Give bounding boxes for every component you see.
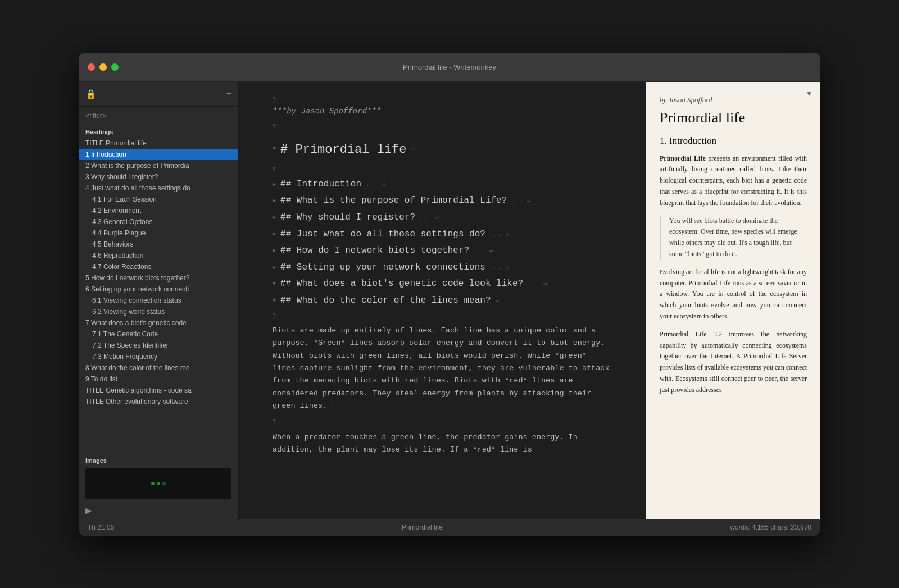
- sidebar-item-environment[interactable]: 4.2 Environment: [79, 205, 238, 216]
- sidebar-item-title-genetic[interactable]: TITLE Genetic algorithms - code sa: [79, 385, 238, 396]
- preview-pane: ▼ by Jason Spofford Primordial life 1. I…: [646, 82, 820, 519]
- lock-icon[interactable]: 🔒: [85, 89, 97, 99]
- minimize-button[interactable]: [99, 63, 107, 71]
- collapse-h2-6[interactable]: ▼: [273, 280, 276, 289]
- sidebar-item-color-reactions[interactable]: 4.7 Color Reactions: [79, 261, 238, 272]
- sidebar-item-view-connection[interactable]: 6.1 Viewing connection status: [79, 295, 238, 306]
- sidebar-item-genetic[interactable]: 7 What does a biot's genetic code: [79, 317, 238, 329]
- editor-break3: ¶: [273, 417, 612, 427]
- editor-spacer: ¶: [273, 165, 612, 175]
- expand-icon[interactable]: ▶: [85, 506, 92, 515]
- titlebar: Primordial life - Writemonkey: [79, 53, 820, 82]
- preview-body-3: Primordial Life 3.2 improves the network…: [660, 329, 807, 396]
- sidebar-item-motion-freq[interactable]: 7.3 Motion Frequency: [79, 351, 238, 362]
- editor-h2-4: ## How do I network biots together?: [280, 244, 469, 258]
- sidebar-bottom: ▶: [79, 502, 238, 519]
- sidebar-item-register[interactable]: 3 Why should I register?: [79, 171, 238, 183]
- editor-h2-row-1: ▶ ## What is the purpose of Primordial L…: [273, 194, 612, 208]
- status-docname: Primordial life: [402, 523, 443, 531]
- editor-h2-row-3: ▶ ## Just what do all those settings do?…: [273, 227, 612, 242]
- preview-section-title: 1. Introduction: [660, 135, 807, 147]
- editor-h2-row-7: ▼ ## What do the color of the lines mean…: [273, 294, 612, 308]
- sidebar-item-todo[interactable]: 9 To do list: [79, 373, 238, 385]
- dot3: [162, 482, 166, 485]
- status-stats: words: 4,165 chars: 23,970: [730, 523, 811, 531]
- traffic-lights: [88, 63, 119, 71]
- sidebar-item-setup-network[interactable]: 6 Setting up your network connecti: [79, 284, 238, 295]
- close-button[interactable]: [88, 63, 95, 71]
- dot1: [151, 482, 155, 485]
- preview-title: Primordial life: [660, 109, 807, 126]
- status-bar: Th 21:05 Primordial life words: 4,165 ch…: [79, 519, 820, 536]
- filter-label: <filter>: [85, 112, 106, 120]
- status-time: Th 21:05: [88, 523, 114, 531]
- editor-h1: # Primordial life: [280, 140, 406, 159]
- main-content: 🔒 + <filter> Headings TITLE Primordial l…: [79, 82, 820, 519]
- sidebar-item-species-id[interactable]: 7.2 The Species Identifier: [79, 340, 238, 351]
- preview-body-2: Evolving artificial life is not a lightw…: [660, 267, 807, 322]
- sidebar-item-behaviors[interactable]: 4.5 Behaviors: [79, 239, 238, 250]
- sidebar-item-purpose[interactable]: 2 What is the purpose of Primordia: [79, 160, 238, 171]
- sidebar-item-general[interactable]: 4.3 General Options: [79, 216, 238, 227]
- editor-h2-row-5: ▶ ## Setting up your network connections…: [273, 261, 612, 275]
- editor-h2-1: ## What is the purpose of Primordial Lif…: [280, 194, 507, 208]
- collapse-h2-0[interactable]: ▶: [273, 180, 276, 189]
- editor-break2: ¶: [273, 311, 612, 321]
- editor-h2-row-2: ▶ ## Why should I register? ... ↵: [273, 211, 612, 225]
- sidebar-item-intro[interactable]: 1 Introduction: [79, 149, 238, 160]
- editor-h2-2: ## Why should I register?: [280, 211, 415, 225]
- preview-byline: by Jason Spofford: [660, 95, 807, 104]
- sidebar: 🔒 + <filter> Headings TITLE Primordial l…: [79, 82, 239, 519]
- collapse-h2-5[interactable]: ▶: [273, 263, 276, 272]
- heading-h1-row: ▼ # Primordial life ↵: [273, 134, 612, 163]
- editor-h2-0: ## Introduction: [280, 177, 361, 192]
- app-window: Primordial life - Writemonkey 🔒 + <filte…: [79, 53, 820, 536]
- sidebar-item-genetic-code[interactable]: 7.1 The Genetic Code: [79, 329, 238, 340]
- editor-body-1: Biots are made up entirely of lines. Eac…: [273, 325, 612, 412]
- collapse-icon[interactable]: ▼: [273, 144, 276, 153]
- image-thumbnail: [85, 468, 231, 499]
- sidebar-item-for-each[interactable]: 4.1 For Each Session: [79, 194, 238, 205]
- sidebar-toolbar: 🔒 +: [79, 82, 238, 107]
- maximize-button[interactable]: [111, 63, 119, 71]
- window-title: Primordial life - Writemonkey: [403, 63, 496, 71]
- collapse-h2-3[interactable]: ▶: [273, 230, 276, 239]
- editor-h2-7: ## What do the color of the lines mean?: [280, 294, 491, 308]
- add-icon[interactable]: +: [226, 89, 231, 99]
- collapse-h2-1[interactable]: ▶: [273, 197, 276, 206]
- dot2: [157, 482, 160, 485]
- editor-line-break: ¶: [273, 122, 612, 132]
- preview-dropdown[interactable]: ▼: [806, 90, 812, 98]
- sidebar-item-purple[interactable]: 4.4 Purple Plague: [79, 227, 238, 239]
- sidebar-item-title-primordial[interactable]: TITLE Primordial life: [79, 138, 238, 149]
- sidebar-item-color-lines[interactable]: 8 What do the color of the lines me: [79, 362, 238, 373]
- images-section-label: Images: [79, 453, 238, 466]
- collapse-h2-4[interactable]: ▶: [273, 247, 276, 256]
- sidebar-item-reproduction[interactable]: 4.6 Reproduction: [79, 250, 238, 261]
- editor-pane[interactable]: ¶ ***by Jason Spofford*** ¶ ▼ # Primordi…: [239, 82, 646, 519]
- collapse-h2-7[interactable]: ▼: [273, 297, 276, 306]
- sidebar-item-title-other[interactable]: TITLE Other evolutionary software: [79, 396, 238, 407]
- editor-body-2: When a predator touches a green line, th…: [273, 431, 612, 457]
- editor-h2-3: ## Just what do all those settings do?: [280, 227, 485, 242]
- collapse-h2-2[interactable]: ▶: [273, 213, 276, 222]
- image-dots: [151, 482, 166, 485]
- headings-label: Headings: [79, 124, 238, 138]
- editor-line: ¶: [273, 94, 612, 104]
- sidebar-item-view-world[interactable]: 6.2 Viewing world status: [79, 306, 238, 317]
- sidebar-item-network[interactable]: 5 How do I network biots together?: [79, 272, 238, 284]
- preview-body-1: Primordial Life presents an environment …: [660, 153, 807, 209]
- sidebar-list: TITLE Primordial life1 Introduction2 Wha…: [79, 138, 238, 450]
- sidebar-item-settings[interactable]: 4 Just what do all those settings do: [79, 183, 238, 194]
- editor-h2-row-6: ▼ ## What does a biot's genetic code loo…: [273, 277, 612, 291]
- editor-h2-row-4: ▶ ## How do I network biots together? ..…: [273, 244, 612, 258]
- editor-h2-row-0: ▶ ## Introduction ... ↵: [273, 177, 612, 192]
- editor-h2-5: ## Setting up your network connections: [280, 261, 485, 275]
- editor-h2-6: ## What does a biot's genetic code look …: [280, 277, 523, 291]
- sidebar-filter[interactable]: <filter>: [79, 107, 238, 124]
- preview-blockquote: You will see biots battle to dominate th…: [660, 216, 807, 260]
- editor-byline: ***by Jason Spofford***: [273, 105, 612, 117]
